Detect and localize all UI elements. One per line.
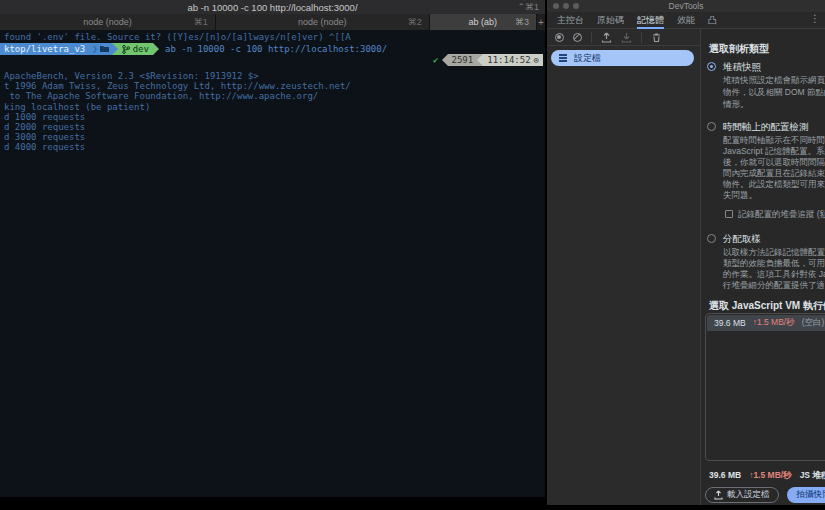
terminal-output-line: t 1996 Adam Twiss, Zeus Technology Ltd, … <box>4 81 351 91</box>
tab-shortcut: ⌘2 <box>408 17 422 27</box>
git-branch-icon <box>122 45 130 54</box>
status-heap-label: JS 堆積 <box>800 470 825 482</box>
terminal-tab-node-1[interactable]: node (node) ⌘1 <box>0 14 216 30</box>
tab-label: 主控台 <box>557 14 584 27</box>
load-profile-button[interactable]: 載入設定檔 <box>705 487 779 503</box>
terminal-command: ab -n 10000 -c 100 http://localhost:3000… <box>165 43 387 55</box>
terminal-prompt-row: ktop/livetra_v3 ❯ dev ab -n 10000 -c 100… <box>0 43 387 55</box>
memory-panel: 設定檔 選取剖析類型 堆積快照 堆積快照設定檔會顯示網頁上 JavaScript… <box>547 29 825 505</box>
sampling-desc-line: 以取樣方法記錄記憶體配置。這種設定檔 <box>723 247 825 259</box>
memory-toolbar <box>547 29 700 46</box>
powerline-arrow-left-icon <box>477 54 483 66</box>
load-profile-label: 載入設定檔 <box>727 489 770 501</box>
prompt-path-segment: ktop/livetra_v3 <box>0 43 89 55</box>
powerline-arrow-left-icon <box>442 54 448 66</box>
radio-allocation-sampling[interactable] <box>707 234 716 243</box>
tab-label: node (node) <box>83 17 132 27</box>
vm-instance-name: (空白) <box>802 317 825 329</box>
terminal-tab-node-2[interactable]: node (node) ⌘2 <box>216 14 430 30</box>
take-snapshot-button[interactable]: 拍攝快照 <box>787 487 825 503</box>
new-tab-button[interactable]: + <box>537 14 545 30</box>
heap-desc-line: 堆積快照設定檔會顯示網頁上 JavaScript <box>723 75 825 87</box>
upload-icon <box>714 490 723 500</box>
tab-label: 原始碼 <box>597 14 624 27</box>
sampling-desc-line: 類型的效能負擔最低，可用於長時間執行 <box>723 258 825 270</box>
profiles-icon <box>559 54 567 62</box>
timeline-desc-line: JavaScript 記憶體配置。系統記錄完成 <box>723 146 825 158</box>
tab-performance[interactable]: 效能 <box>677 12 695 29</box>
powerline-arrow-icon <box>153 43 159 55</box>
radio-heap-snapshot[interactable] <box>707 62 716 71</box>
devtools-tab-bar: 主控台 原始碼 記憶體 效能 凸 <box>547 12 825 29</box>
select-type-heading: 選取剖析類型 <box>709 42 769 56</box>
select-vm-heading: 選取 JavaScript VM 執行個體 <box>709 299 825 313</box>
allocation-timeline-label[interactable]: 時間軸上的配置檢測 <box>723 121 809 134</box>
action-buttons: 載入設定檔 拍攝快照 <box>705 487 825 503</box>
toolbar-separator <box>641 32 642 43</box>
tab-sources[interactable]: 原始碼 <box>597 12 624 29</box>
profiles-sidebar: 設定檔 <box>547 29 700 505</box>
terminal-output-line: d 3000 requests <box>4 132 85 142</box>
devtools-titlebar[interactable]: DevTools <box>547 0 825 12</box>
devtools-window: DevTools 主控台 原始碼 記憶體 效能 凸 ⋮ <box>547 0 825 505</box>
profile-type-panel: 選取剖析類型 堆積快照 堆積快照設定檔會顯示網頁上 JavaScript 物件，… <box>700 29 825 505</box>
radio-allocation-timeline[interactable] <box>707 122 716 131</box>
collect-garbage-icon[interactable] <box>651 32 662 43</box>
terminal-output-line: d 4000 requests <box>4 142 85 152</box>
vm-heap-size: 39.6 MB <box>714 318 746 328</box>
take-snapshot-label: 拍攝快照 <box>797 489 825 501</box>
record-stack-traces-checkbox[interactable] <box>725 210 733 218</box>
status-heap-size: 39.6 MB <box>709 470 741 482</box>
close-window-icon[interactable] <box>553 3 559 9</box>
terminal-output-line: to The Apache Software Foundation, http:… <box>4 91 318 101</box>
prompt-folder-segment: ❯ <box>89 43 111 55</box>
terminal-tab-bar: node (node) ⌘1 node (node) ⌘2 ab (ab) ⌘3… <box>0 14 545 30</box>
more-options-icon[interactable]: ⋮ <box>810 13 820 24</box>
status-heap-rate: ↑1.5 MB/秒 <box>749 470 792 482</box>
minimize-window-icon[interactable] <box>563 3 569 9</box>
tab-shortcut: ⌘1 <box>194 17 208 27</box>
terminal-output-line: d 2000 requests <box>4 122 85 132</box>
vm-instance-row[interactable]: 39.6 MB ↑1.5 MB/秒 (空白) <box>707 315 825 331</box>
terminal-right-prompt: ✔ 2591 11:14:52 ⊙ <box>433 54 543 66</box>
save-profile-icon[interactable] <box>621 32 632 43</box>
heap-desc-line: 情形。 <box>723 99 749 111</box>
tab-shortcut: ⌘3 <box>515 17 529 27</box>
tab-memory[interactable]: 記憶體 <box>637 12 664 29</box>
tab-console[interactable]: 主控台 <box>557 12 584 29</box>
allocation-sampling-label[interactable]: 分配取樣 <box>723 233 761 246</box>
folder-icon <box>100 45 109 53</box>
tab-label: node (node) <box>298 17 347 27</box>
tab-label: 效能 <box>677 14 695 27</box>
sidebar-item-profiles[interactable]: 設定檔 <box>551 50 694 66</box>
sampling-desc-line: 的作業。這項工具針對依 JavaScript 執 <box>723 269 825 281</box>
terminal-window: ab -n 10000 -c 100 http://localhost:3000… <box>0 0 545 497</box>
sampling-desc-line: 行堆疊細分的配置提供了適當的估計。 <box>723 280 825 292</box>
terminal-title: ab -n 10000 -c 100 http://localhost:3000… <box>187 2 357 13</box>
terminal-output-line: ApacheBench, Version 2.3 <$Revision: 191… <box>4 71 259 81</box>
time-segment: 11:14:52 ⊙ <box>483 54 543 66</box>
timeline-desc-line: 後，你就可以選取時間間隔，查看該期 <box>723 157 825 169</box>
powerline-arrow-icon <box>112 43 118 55</box>
history-count-segment: 2591 <box>448 54 478 66</box>
terminal-output-line: king localhost (be patient) <box>4 102 150 112</box>
zoom-window-icon[interactable] <box>573 3 579 9</box>
prompt-git-segment: dev <box>118 43 153 55</box>
terminal-titlebar[interactable]: ab -n 10000 -c 100 http://localhost:3000… <box>0 0 545 14</box>
heap-snapshot-label[interactable]: 堆積快照 <box>723 61 761 74</box>
clock-icon: ⊙ <box>534 55 539 65</box>
timeline-desc-line: 失問題。 <box>723 190 757 202</box>
profiles-label: 設定檔 <box>574 52 601 65</box>
vm-heap-rate: ↑1.5 MB/秒 <box>753 317 795 329</box>
load-profile-icon[interactable] <box>601 32 612 43</box>
devtools-title: DevTools <box>669 1 704 11</box>
record-heap-snapshot-icon[interactable] <box>555 33 564 42</box>
toolbar-separator <box>591 32 592 43</box>
clear-profiles-icon[interactable] <box>573 33 582 42</box>
segment-arrow-icon: ❯ <box>92 44 97 54</box>
terminal-titlebar-shortcut: ⌃⌘1 <box>517 2 539 12</box>
terminal-output-line: d 1000 requests <box>4 112 85 122</box>
prompt-time: 11:14:52 <box>487 55 530 65</box>
terminal-tab-ab[interactable]: ab (ab) ⌘3 <box>430 14 537 30</box>
timeline-desc-line: 配置時間軸顯示在不同時間執行的 <box>723 135 825 147</box>
